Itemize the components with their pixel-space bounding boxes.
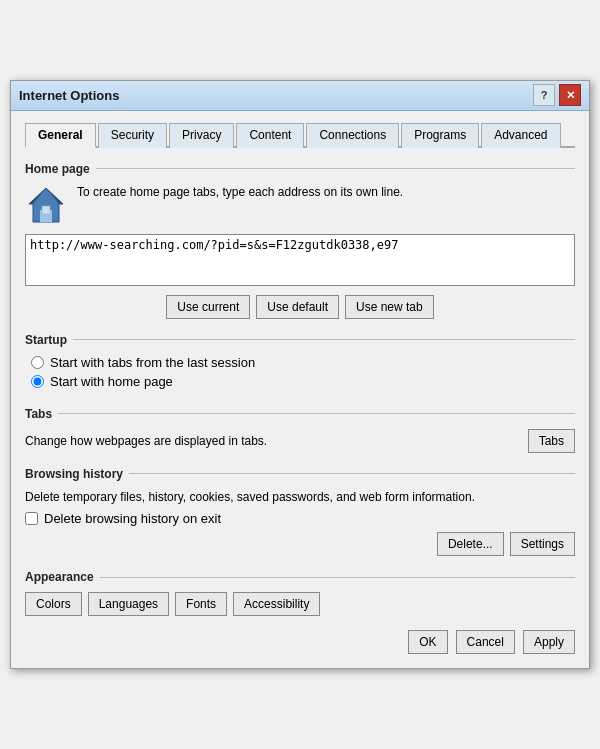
use-newtab-button[interactable]: Use new tab — [345, 295, 434, 319]
browsing-history-description: Delete temporary files, history, cookies… — [25, 489, 575, 506]
startup-option1-row: Start with tabs from the last session — [25, 355, 575, 370]
accessibility-button[interactable]: Accessibility — [233, 592, 320, 616]
tabs-section-label: Tabs — [25, 407, 575, 421]
fonts-button[interactable]: Fonts — [175, 592, 227, 616]
use-default-button[interactable]: Use default — [256, 295, 339, 319]
homepage-description: To create home page tabs, type each addr… — [77, 184, 403, 201]
settings-button[interactable]: Settings — [510, 532, 575, 556]
tabs-section-row: Change how webpages are displayed in tab… — [25, 429, 575, 453]
homepage-buttons: Use current Use default Use new tab — [25, 295, 575, 319]
startup-option1-label: Start with tabs from the last session — [50, 355, 255, 370]
tab-advanced[interactable]: Advanced — [481, 123, 560, 148]
startup-option1-radio[interactable] — [31, 356, 44, 369]
titlebar-buttons: ? ✕ — [533, 84, 581, 106]
homepage-section: Home page To create home page tabs, type… — [25, 160, 575, 321]
svg-rect-2 — [42, 206, 50, 214]
tab-general[interactable]: General — [25, 123, 96, 148]
use-current-button[interactable]: Use current — [166, 295, 250, 319]
browsing-history-buttons: Delete... Settings — [25, 532, 575, 556]
appearance-section: Appearance Colors Languages Fonts Access… — [25, 568, 575, 618]
window-title: Internet Options — [19, 88, 119, 103]
delete-button[interactable]: Delete... — [437, 532, 504, 556]
cancel-button[interactable]: Cancel — [456, 630, 515, 654]
homepage-url-input[interactable] — [25, 234, 575, 286]
startup-section-label: Startup — [25, 333, 575, 347]
tab-connections[interactable]: Connections — [306, 123, 399, 148]
apply-button[interactable]: Apply — [523, 630, 575, 654]
tab-privacy[interactable]: Privacy — [169, 123, 234, 148]
tabs-row: General Security Privacy Content Connect… — [25, 121, 575, 148]
homepage-section-label: Home page — [25, 162, 575, 176]
startup-option2-row: Start with home page — [25, 374, 575, 389]
bottom-buttons: OK Cancel Apply — [25, 630, 575, 654]
browsing-history-label: Browsing history — [25, 467, 575, 481]
tab-content[interactable]: Content — [236, 123, 304, 148]
help-button[interactable]: ? — [533, 84, 555, 106]
delete-history-checkbox-row: Delete browsing history on exit — [25, 511, 575, 526]
close-button[interactable]: ✕ — [559, 84, 581, 106]
colors-button[interactable]: Colors — [25, 592, 82, 616]
homepage-top: To create home page tabs, type each addr… — [25, 184, 575, 226]
startup-option2-label: Start with home page — [50, 374, 173, 389]
internet-options-window: Internet Options ? ✕ General Security Pr… — [10, 80, 590, 670]
tabs-section: Tabs Change how webpages are displayed i… — [25, 405, 575, 455]
ok-button[interactable]: OK — [408, 630, 447, 654]
delete-history-checkbox[interactable] — [25, 512, 38, 525]
languages-button[interactable]: Languages — [88, 592, 169, 616]
title-left: Internet Options — [19, 88, 119, 103]
dialog-body: General Security Privacy Content Connect… — [11, 111, 589, 669]
appearance-section-label: Appearance — [25, 570, 575, 584]
browsing-history-section: Browsing history Delete temporary files,… — [25, 465, 575, 559]
startup-section: Startup Start with tabs from the last se… — [25, 331, 575, 395]
tab-security[interactable]: Security — [98, 123, 167, 148]
tabs-button[interactable]: Tabs — [528, 429, 575, 453]
delete-history-label: Delete browsing history on exit — [44, 511, 221, 526]
titlebar: Internet Options ? ✕ — [11, 81, 589, 111]
tabs-section-description: Change how webpages are displayed in tab… — [25, 434, 267, 448]
startup-option2-radio[interactable] — [31, 375, 44, 388]
appearance-buttons: Colors Languages Fonts Accessibility — [25, 592, 575, 616]
home-icon — [25, 184, 67, 226]
tab-programs[interactable]: Programs — [401, 123, 479, 148]
